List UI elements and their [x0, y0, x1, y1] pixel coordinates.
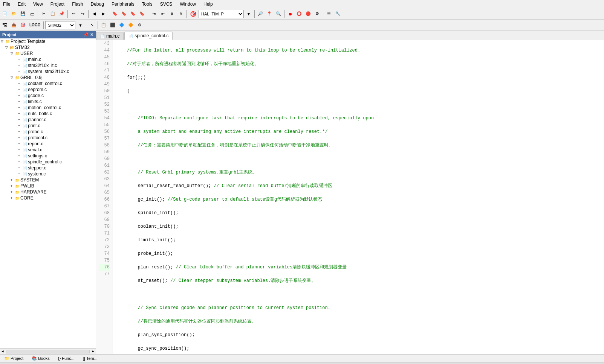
hal-dropdown[interactable]: HAL_TIM_P [199, 10, 244, 18]
redo-button[interactable]: ↪ [78, 9, 87, 18]
menu-edit[interactable]: Edit [16, 1, 27, 7]
indent-button[interactable]: ⇥ [150, 9, 158, 18]
report-expand-icon: + [18, 142, 23, 146]
find-button[interactable]: 🔎 [256, 9, 265, 18]
tree-hardware-folder[interactable]: + 📁 HARDWARE [0, 189, 96, 195]
tree-root[interactable]: ▽ 📁 Project: Template [0, 38, 96, 44]
tree-motion[interactable]: + 📄 motion_control.c [0, 105, 96, 111]
undo-button[interactable]: ↩ [69, 9, 78, 18]
tree-limits[interactable]: + 📄 limits.c [0, 99, 96, 105]
menu-file[interactable]: File [2, 1, 12, 7]
step-button[interactable]: ⚙ [313, 9, 321, 18]
tree-planner[interactable]: + 📄 planner.c [0, 117, 96, 123]
tree-file-stm32it[interactable]: + 📄 stm32f10x_it.c [0, 62, 96, 69]
target2-button[interactable]: 🎯 [19, 21, 27, 30]
cursor-button[interactable]: ↖ [88, 21, 96, 30]
bookmark4-button[interactable]: 🔖 [138, 9, 146, 18]
options-button[interactable]: ⚙ [136, 21, 144, 30]
tree-nuts[interactable]: + 📄 nuts_bolts.c [0, 111, 96, 117]
load2-button[interactable]: 📥 [10, 21, 18, 30]
sep5 [148, 10, 148, 18]
tree-spindle[interactable]: + 📄 spindle_control.c [0, 159, 96, 165]
debug-button[interactable]: 🔴 [304, 9, 312, 18]
tree-eeprom[interactable]: + 📄 eeprom.c [0, 87, 96, 93]
dropdown-arrow[interactable]: ▼ [245, 9, 253, 18]
project-close-icon[interactable]: ✕ [90, 32, 93, 37]
run-button[interactable]: ⏺ [286, 9, 294, 18]
settings-button[interactable]: 🔧 [334, 9, 342, 18]
build2-button[interactable]: 🏗 [1, 21, 9, 30]
copy3-button[interactable]: 📋 [99, 21, 108, 30]
tree-print[interactable]: + 📄 print.c [0, 123, 96, 129]
tree-stm32[interactable]: ▽ 📂 STM32 [0, 44, 96, 50]
menu-project[interactable]: Project [49, 1, 66, 7]
flag-button[interactable]: LOGO [28, 21, 42, 30]
bookmark2-button[interactable]: 🔖 [120, 9, 128, 18]
cut-button[interactable]: ✂ [40, 9, 48, 18]
save-button[interactable]: 💾 [19, 9, 27, 18]
nav-forward-button[interactable]: ▶ [99, 9, 107, 18]
tab-project[interactable]: 📁 Project [0, 355, 28, 362]
tree-file-main[interactable]: + 📄 main.c [0, 56, 96, 62]
new-button[interactable]: 📄 [1, 9, 9, 18]
tree-report[interactable]: + 📄 report.c [0, 141, 96, 147]
bookmark3-button[interactable]: 🔖 [129, 9, 137, 18]
menu-help[interactable]: Help [202, 1, 214, 7]
systemf-expand-icon: + [11, 178, 15, 182]
tree-file-system[interactable]: + 📄 system_stm32f10x.c [0, 69, 96, 75]
code-content[interactable]: //For the latter, all processes will ret… [113, 40, 604, 354]
tree-system-folder[interactable]: + 📁 SYSTEM [0, 177, 96, 183]
tree-grbl[interactable]: ▽ 📁 GRBL_0.9j [0, 75, 96, 81]
comment-button[interactable]: // [177, 9, 185, 18]
tab-spindle[interactable]: 📄 spindle_control.c [124, 32, 173, 40]
tree-coolant[interactable]: + 📄 coolant_control.c [0, 81, 96, 87]
tree-serial[interactable]: + 📄 serial.c [0, 147, 96, 153]
tree-stepper[interactable]: + 📄 stepper.c [0, 165, 96, 171]
tree-gcode[interactable]: + 📄 gcode.c [0, 93, 96, 99]
tree-user[interactable]: ▽ 📁 USER [0, 50, 96, 56]
scroll-left-btn[interactable]: ◀ [0, 349, 5, 353]
erase-button[interactable]: 🔷 [118, 21, 126, 30]
tree-probe[interactable]: + 📄 probe.c [0, 129, 96, 135]
menu-svcs[interactable]: SVCS [159, 1, 174, 7]
code-line-49: a system abort and ensuring any active i… [116, 128, 601, 135]
hardware-expand-icon: + [11, 190, 15, 194]
scroll-right-btn[interactable]: ▶ [90, 349, 96, 353]
project-scrollbar[interactable]: ◀ ▶ [0, 348, 96, 354]
menu-debug[interactable]: Debug [89, 1, 106, 7]
stm32-dropdown-arrow[interactable]: ▼ [76, 21, 84, 30]
tree-protocol[interactable]: + 📄 protocol.c [0, 135, 96, 141]
code-editor[interactable]: 43 44 45 46 47 48 49 50 51 52 53 54 55 5… [96, 40, 604, 354]
view-button[interactable]: ☰ [325, 9, 333, 18]
menu-flash[interactable]: Flash [70, 1, 84, 7]
menu-tools[interactable]: Tools [141, 1, 154, 7]
tab-template[interactable]: [] Tem... [79, 355, 102, 362]
tree-core-folder[interactable]: + 📁 CORE [0, 195, 96, 201]
pin-button[interactable]: 📍 [265, 9, 274, 18]
tab-books[interactable]: 📚 Books [28, 355, 54, 362]
toggle-button[interactable]: # [168, 9, 176, 18]
tab-main-c[interactable]: 📄 main.c [96, 32, 124, 40]
unindent-button[interactable]: ⇤ [159, 9, 167, 18]
menu-window[interactable]: Window [178, 1, 197, 7]
tab-func[interactable]: {} Func... [54, 355, 79, 362]
nav-back-button[interactable]: ◀ [90, 9, 98, 18]
copy-button[interactable]: 📋 [49, 9, 57, 18]
stm32-dropdown[interactable]: STM32 [45, 21, 75, 29]
paste-button[interactable]: 📌 [58, 9, 66, 18]
open-button[interactable]: 📂 [10, 9, 18, 18]
search-button[interactable]: 🔍 [274, 9, 283, 18]
bookmark1-button[interactable]: 🔖 [111, 9, 119, 18]
sep11 [86, 21, 86, 29]
flash-button[interactable]: ⬛ [109, 21, 117, 30]
save-all-button[interactable]: 🗃 [28, 9, 36, 18]
menu-peripherals[interactable]: Peripherals [110, 1, 136, 7]
tree-fwlib-folder[interactable]: + 📁 FWLIB [0, 183, 96, 189]
tree-settings[interactable]: + 📄 settings.c [0, 153, 96, 159]
tree-systemc[interactable]: + 📄 system.c [0, 171, 96, 177]
motion-expand-icon: + [18, 106, 23, 110]
verify-button[interactable]: 🔶 [127, 21, 135, 30]
menu-view[interactable]: View [32, 1, 44, 7]
stop-button[interactable]: ⭕ [295, 9, 303, 18]
project-pin-icon[interactable]: 📌 [83, 32, 89, 37]
